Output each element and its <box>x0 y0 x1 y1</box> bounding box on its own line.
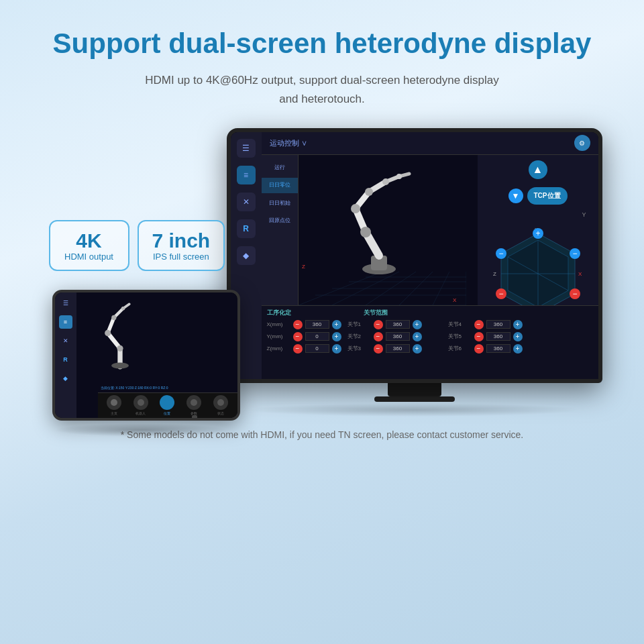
z-label: Z(mm) <box>267 345 290 352</box>
j4-plus[interactable]: + <box>513 320 523 329</box>
mon-robot-area: Z X + <box>299 155 478 305</box>
monitor-screen: ☰ ≡ ✕ R ◆ 运动控制 ∨ ⚙ <box>231 132 598 379</box>
y-input[interactable] <box>305 332 329 341</box>
tcp-position-btn[interactable]: TCP位置 <box>527 187 568 205</box>
j4-label: 关节4 <box>448 321 472 328</box>
j3-input[interactable] <box>386 344 410 353</box>
small-tablet-screen: ☰ ≡ ✕ R ◆ <box>55 292 237 418</box>
monitor-stand <box>388 383 441 396</box>
table-row-j3: 关节3 − + <box>347 344 448 354</box>
page-wrapper: Support dual-screen heterodyne display H… <box>0 0 644 644</box>
table-row-z: Z(mm) − + <box>267 344 347 354</box>
j3-plus[interactable]: + <box>413 344 422 354</box>
x-label: X(mm) <box>267 321 290 327</box>
svg-point-9 <box>111 362 129 368</box>
j5-minus[interactable]: − <box>474 332 484 341</box>
svg-text:X: X <box>453 297 457 303</box>
j2-minus[interactable]: − <box>374 332 383 341</box>
mon-content: 运行 日日零位 日日初始 回原点位 <box>262 155 598 305</box>
table-row-j1: 关节1 − + <box>347 320 448 329</box>
j6-input[interactable] <box>486 344 511 353</box>
mon-menu-init[interactable]: 日日初始 <box>262 196 298 211</box>
svg-point-37 <box>360 227 371 237</box>
badge-7inch: 7 inch IPS full screen <box>138 220 225 271</box>
svg-text:−: − <box>498 249 503 258</box>
badge-4k-label: HDMI output <box>64 252 115 262</box>
st-bottom-home: 主页 <box>107 395 121 415</box>
j6-minus[interactable]: − <box>474 344 484 354</box>
mon-topbar-icon: ⚙ <box>574 135 590 151</box>
control-hexagon: Y X Z + + − <box>488 223 588 305</box>
y-minus[interactable]: − <box>293 332 303 341</box>
j1-input[interactable] <box>386 320 410 329</box>
table-row-x: X(mm) − + <box>267 320 347 329</box>
svg-point-5 <box>117 345 123 352</box>
svg-point-41 <box>396 174 402 179</box>
st-icon-active: ≡ <box>59 315 72 329</box>
mon-topbar: 运动控制 ∨ ⚙ <box>262 132 598 155</box>
mon-main: 运动控制 ∨ ⚙ 运行 日日零位 日日初始 回原点位 <box>262 132 598 379</box>
table-row-j6: 关节6 − + <box>448 344 549 354</box>
page-title: Support dual-screen heterodyne display <box>53 27 592 60</box>
mon-menu-run[interactable]: 运行 <box>262 160 298 175</box>
monitor-shadow <box>247 403 582 417</box>
ctrl-down-btn[interactable]: ▼ <box>508 189 523 203</box>
mon-icon-1: ☰ <box>237 139 256 158</box>
table-section1: 工序化定 <box>267 309 291 317</box>
j3-minus[interactable]: − <box>374 344 383 354</box>
j2-label: 关节2 <box>347 333 371 340</box>
small-tablet-shadow <box>54 423 228 437</box>
svg-point-14 <box>217 399 224 406</box>
z-minus[interactable]: − <box>293 344 303 354</box>
table-col-coords: X(mm) − + Y(mm) − + <box>267 320 347 354</box>
table-row-j4: 关节4 − + <box>448 320 549 329</box>
j4-minus[interactable]: − <box>474 320 484 329</box>
small-tablet: ☰ ≡ ✕ R ◆ <box>52 290 240 421</box>
j1-minus[interactable]: − <box>374 320 383 329</box>
table-row-j5: 关节5 − + <box>448 332 549 341</box>
j2-input[interactable] <box>386 332 410 341</box>
z-input[interactable] <box>305 344 329 353</box>
page-subtitle: HDMI up to 4K@60Hz output, support dual-… <box>145 71 499 107</box>
j1-plus[interactable]: + <box>413 320 422 329</box>
j2-plus[interactable]: + <box>413 332 422 341</box>
control-circle-area: Y X Z + + − <box>488 223 588 305</box>
svg-point-7 <box>111 315 116 320</box>
table-row-y: Y(mm) − + <box>267 332 347 341</box>
table-col-j1-3: 关节1 − + 关节2 − + <box>347 320 448 354</box>
st-bottom-param: 参数 <box>186 395 201 415</box>
x-plus[interactable]: + <box>332 320 341 329</box>
table-section2: 关节范围 <box>364 309 388 317</box>
robot-arm-svg-large <box>319 168 439 276</box>
x-minus[interactable]: − <box>293 320 303 329</box>
j4-input[interactable] <box>486 320 511 329</box>
y-plus[interactable]: + <box>332 332 341 341</box>
st-bottom-bar: 主页 机器人 <box>98 392 237 418</box>
st-sidebar: ☰ ≡ ✕ R ◆ <box>55 292 76 418</box>
j5-input[interactable] <box>486 332 511 341</box>
y-label: Y(mm) <box>267 333 290 339</box>
svg-text:−: − <box>572 289 577 299</box>
st-icon-x: ✕ <box>59 334 72 347</box>
j5-label: 关节5 <box>448 333 472 340</box>
ctrl-up-btn[interactable]: ▲ <box>529 160 547 179</box>
j5-plus[interactable]: + <box>513 332 523 341</box>
svg-text:−: − <box>498 289 503 299</box>
badges-row: 4K HDMI output 7 inch IPS full screen <box>49 220 225 271</box>
table-col-j4-6: 关节4 − + 关节5 − + <box>448 320 549 354</box>
x-input[interactable] <box>305 320 329 329</box>
badge-4k-value: 4K <box>64 229 115 252</box>
svg-text:X: X <box>578 271 582 277</box>
mon-menu-home[interactable]: 回原点位 <box>262 213 298 228</box>
left-devices: 4K HDMI output 7 inch IPS full screen ☰ … <box>42 220 240 437</box>
svg-point-38 <box>351 204 360 213</box>
st-icon-diamond: ◆ <box>59 372 72 385</box>
j6-plus[interactable]: + <box>513 344 523 354</box>
svg-text:+: + <box>535 229 540 238</box>
j6-label: 关节6 <box>448 345 472 352</box>
z-plus[interactable]: + <box>332 344 341 354</box>
st-bottom-pos: 位置 <box>160 395 174 415</box>
mon-menu-zero[interactable]: 日日零位 <box>262 178 298 193</box>
svg-point-13 <box>191 399 197 406</box>
monitor-base <box>374 396 455 402</box>
